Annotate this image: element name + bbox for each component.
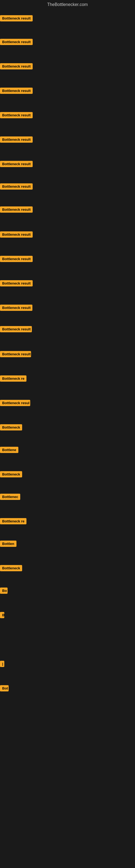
bottleneck-badge: B — [0, 612, 4, 618]
bottleneck-item: Bo — [0, 588, 8, 594]
bottleneck-item: Bottleneck result — [0, 136, 33, 143]
bottleneck-item: Bottleneck — [0, 471, 22, 477]
bottleneck-item: Bottlen — [0, 540, 16, 547]
bottleneck-item: Bottleneck result — [0, 326, 32, 332]
bottleneck-badge: Bottleneck result — [0, 39, 33, 45]
bottleneck-badge: Bot — [0, 685, 9, 691]
bottleneck-badge: Bottleneck result — [0, 161, 33, 167]
bottleneck-item: Bottleneck result — [0, 280, 33, 286]
bottleneck-item: Bottleneck result — [0, 161, 33, 167]
site-title: TheBottlenecker.com — [0, 0, 135, 8]
bottleneck-badge: Bottlenec — [0, 494, 20, 500]
bottleneck-badge: Bottleneck result — [0, 305, 32, 311]
bottleneck-item: Bottleneck result — [0, 39, 33, 45]
bottleneck-item: Bottleneck result — [0, 207, 33, 213]
bottleneck-badge: Bottleneck — [0, 471, 22, 477]
bottleneck-item: Bottleneck result — [0, 305, 32, 311]
bottleneck-badge: Bottleneck result — [0, 351, 31, 357]
bottleneck-badge: Bottleneck re — [0, 518, 27, 524]
bottleneck-badge: Bottleneck result — [0, 136, 33, 143]
bottleneck-item: Bottleneck result — [0, 15, 33, 22]
bottleneck-item: Bottleneck — [0, 565, 22, 571]
bottleneck-item: Bot — [0, 685, 9, 691]
bottleneck-item: Bottleneck — [0, 424, 22, 431]
bottleneck-badge: Bo — [0, 588, 8, 594]
bottleneck-badge: Bottleneck result — [0, 63, 33, 69]
bottleneck-item: Bottleneck result — [0, 256, 33, 262]
bottleneck-item: Bottleneck re — [0, 375, 27, 382]
bottleneck-badge: Bottleneck result — [0, 112, 33, 118]
bottleneck-item: Bottlene — [0, 447, 18, 453]
bottleneck-badge: Bottleneck result — [0, 15, 33, 22]
bottleneck-item: Bottleneck result — [0, 351, 31, 357]
bottleneck-badge: Bottleneck result — [0, 280, 33, 286]
bottleneck-item: Bottleneck result — [0, 88, 33, 94]
bottleneck-badge: Bottleneck re — [0, 375, 27, 382]
bottleneck-badge: Bottleneck — [0, 565, 22, 571]
bottleneck-item: Bottleneck result — [0, 231, 33, 238]
bottleneck-badge: Bottleneck result — [0, 183, 33, 190]
bottleneck-badge: Bottleneck result — [0, 88, 33, 94]
bottleneck-item: | — [0, 661, 4, 667]
bottleneck-item: Bottleneck result — [0, 112, 33, 118]
bottleneck-badge: Bottleneck result — [0, 256, 33, 262]
bottleneck-item: Bottleneck result — [0, 63, 33, 69]
bottleneck-item: Bottleneck resul — [0, 400, 30, 406]
bottleneck-badge: Bottleneck resul — [0, 400, 30, 406]
bottleneck-badge: Bottlene — [0, 447, 18, 453]
bottleneck-badge: Bottlen — [0, 540, 16, 547]
bottleneck-badge: Bottleneck result — [0, 231, 33, 238]
bottleneck-badge: | — [0, 661, 4, 667]
bottleneck-item: B — [0, 612, 4, 618]
bottleneck-item: Bottleneck re — [0, 518, 27, 524]
bottleneck-item: Bottleneck result — [0, 183, 33, 190]
bottleneck-badge: Bottleneck result — [0, 207, 33, 213]
bottleneck-badge: Bottleneck — [0, 424, 22, 431]
bottleneck-item: Bottlenec — [0, 494, 20, 500]
bottleneck-badge: Bottleneck result — [0, 326, 32, 332]
